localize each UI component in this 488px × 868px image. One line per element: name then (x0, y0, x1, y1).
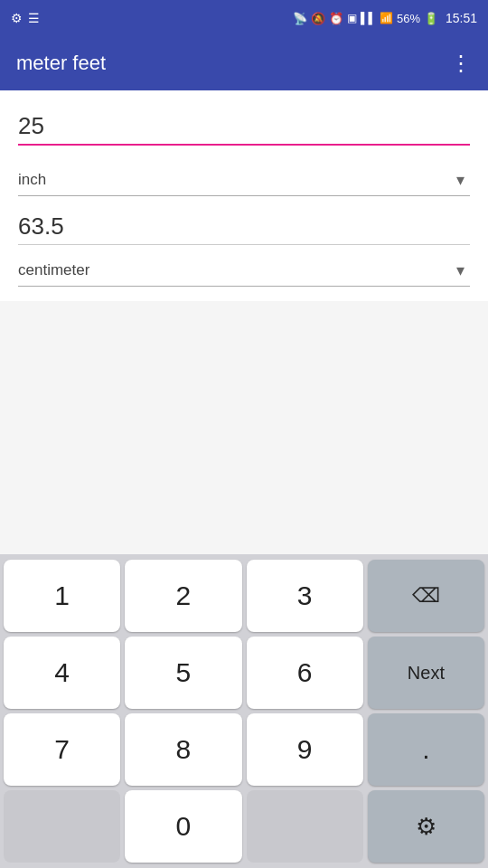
key-empty-right (247, 790, 363, 863)
key-empty-left (4, 790, 120, 863)
key-4[interactable]: 4 (4, 637, 120, 709)
key-8[interactable]: 8 (125, 713, 241, 786)
cast-icon: 📡 (293, 12, 307, 25)
app-title: meter feet (16, 52, 106, 75)
more-options-button[interactable]: ⋮ (450, 51, 472, 76)
battery-percent: 56% (397, 12, 420, 25)
decimal-button[interactable]: . (368, 713, 484, 786)
keyboard: 1 2 3 ⌫ 4 5 6 Next 7 8 9 . 0 ⚙ (0, 554, 488, 868)
result-value-input[interactable] (18, 212, 470, 245)
key-6[interactable]: 6 (247, 637, 363, 709)
output-unit-dropdown-wrapper: centimeter meter foot inch kilometer mil… (18, 254, 470, 287)
key-0[interactable]: 0 (125, 790, 241, 863)
backspace-button[interactable]: ⌫ (368, 560, 484, 632)
battery-icon: 🔋 (424, 12, 438, 25)
result-group (18, 212, 470, 245)
keyboard-row-3: 7 8 9 . (4, 713, 484, 786)
value-input[interactable] (18, 112, 470, 146)
spacer (0, 301, 488, 482)
menu-icon: ☰ (28, 11, 40, 25)
settings-icon: ⚙ (11, 11, 23, 25)
next-button[interactable]: Next (368, 637, 484, 709)
input-unit-select[interactable]: inch foot meter centimeter kilometer mil… (18, 164, 470, 196)
app-bar: meter feet ⋮ (0, 36, 488, 90)
input-group (18, 112, 470, 146)
status-bar: ⚙ ☰ 📡 🔕 ⏰ ▣ ▌▌ 📶 56% 🔋 15:51 (0, 0, 488, 36)
key-3[interactable]: 3 (247, 560, 363, 632)
settings-keyboard-button[interactable]: ⚙ (368, 790, 484, 863)
keyboard-row-1: 1 2 3 ⌫ (4, 560, 484, 632)
key-9[interactable]: 9 (247, 713, 363, 786)
sim-icon: ▣ (347, 12, 357, 24)
signal-bar: ▌▌ (361, 12, 376, 24)
gear-icon: ⚙ (416, 813, 436, 841)
input-unit-dropdown-wrapper: inch foot meter centimeter kilometer mil… (18, 164, 470, 196)
key-1[interactable]: 1 (4, 560, 120, 632)
signal-bar2: 📶 (380, 12, 393, 24)
key-7[interactable]: 7 (4, 713, 120, 786)
keyboard-row-2: 4 5 6 Next (4, 637, 484, 709)
time-display: 15:51 (446, 11, 477, 25)
status-bar-left: ⚙ ☰ (11, 11, 40, 25)
status-bar-right: 📡 🔕 ⏰ ▣ ▌▌ 📶 56% 🔋 15:51 (293, 11, 477, 25)
content-area: inch foot meter centimeter kilometer mil… (0, 90, 488, 301)
backspace-icon: ⌫ (412, 584, 440, 608)
key-2[interactable]: 2 (125, 560, 241, 632)
keyboard-row-4: 0 ⚙ (4, 790, 484, 863)
alarm-icon: ⏰ (329, 12, 343, 25)
key-5[interactable]: 5 (125, 637, 241, 709)
output-unit-select[interactable]: centimeter meter foot inch kilometer mil… (18, 254, 470, 287)
mute-icon: 🔕 (311, 12, 325, 25)
